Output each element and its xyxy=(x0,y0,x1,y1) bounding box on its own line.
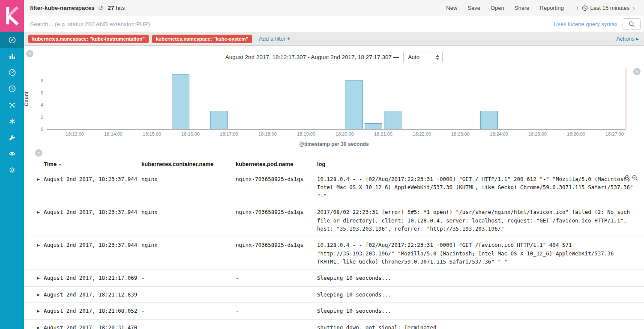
cell-container: nginx xyxy=(141,241,236,266)
filter-pill-0[interactable]: kubernetes.namespace: "kube-instrumentat… xyxy=(28,35,149,43)
discover-content: August 2nd 2017, 18:12:17.307 - August 2… xyxy=(24,46,644,329)
interval-select[interactable]: Auto xyxy=(403,51,443,63)
expand-row-icon[interactable]: ▶ xyxy=(37,307,44,315)
x-axis-tick: 18:24:00 xyxy=(490,131,508,136)
cell-container: - xyxy=(141,323,236,329)
add-filter-label: Add a filter xyxy=(259,36,285,42)
cell-time: August 2nd 2017, 18:23:37.944 xyxy=(44,208,141,233)
histogram-bar[interactable] xyxy=(480,111,498,129)
sidebar-item-discover[interactable] xyxy=(0,32,24,48)
saved-search-title: filter-kube-namespaces xyxy=(30,5,95,11)
table-row[interactable]: ▶August 2nd 2017, 18:21:08.052--Sleeping… xyxy=(24,303,644,319)
column-header-log[interactable]: log xyxy=(317,161,636,167)
graph-icon xyxy=(8,101,16,109)
sidebar-item-dashboard[interactable] xyxy=(0,64,24,80)
cell-time: August 2nd 2017, 18:20:31.470 xyxy=(44,323,141,329)
menu-open-button[interactable]: Open xyxy=(491,5,504,11)
cell-container: - xyxy=(141,290,236,299)
interval-value: Auto xyxy=(408,54,436,60)
expand-row-icon[interactable]: ▶ xyxy=(37,290,44,299)
expand-row-icon[interactable]: ▶ xyxy=(37,175,44,200)
add-filter-link[interactable]: Add a filter + xyxy=(259,36,290,42)
expand-row-icon[interactable]: ▶ xyxy=(37,274,44,282)
table-row[interactable]: ▶August 2nd 2017, 18:23:37.944nginxnginx… xyxy=(24,237,644,270)
cell-time: August 2nd 2017, 18:23:37.944 xyxy=(44,175,141,200)
search-button[interactable] xyxy=(623,18,641,30)
chevron-right-icon xyxy=(27,51,32,56)
sidebar-item-graph[interactable] xyxy=(0,97,24,113)
y-axis-tick: 8 xyxy=(41,78,43,83)
cell-log: Sleeping 10 seoconds... xyxy=(317,274,636,282)
sidebar-item-visualize[interactable] xyxy=(0,48,24,64)
y-axis-title: Count xyxy=(24,92,30,107)
zoom-in-icon[interactable] xyxy=(625,175,631,181)
sidebar-item-management[interactable] xyxy=(0,162,24,178)
histogram-bar[interactable] xyxy=(172,74,190,129)
table-row[interactable]: ▶August 2nd 2017, 18:23:37.944nginxnginx… xyxy=(24,204,644,237)
menu-save-button[interactable]: Save xyxy=(467,5,480,11)
histogram-bar[interactable] xyxy=(384,111,402,129)
cell-pod: nginx-703658925-ds1qs xyxy=(236,175,317,200)
y-axis-tick: 0 xyxy=(41,127,43,132)
sort-desc-icon: ▼ xyxy=(58,163,62,167)
search-input[interactable] xyxy=(24,16,554,32)
menu-share-button[interactable]: Share xyxy=(515,5,530,11)
histogram-bar[interactable] xyxy=(345,80,363,129)
time-back-icon[interactable]: ‹ xyxy=(573,4,582,12)
collapse-right-button[interactable] xyxy=(633,68,641,75)
zoom-out-icon[interactable] xyxy=(632,175,638,181)
column-header-container[interactable]: kubernetes.container.name xyxy=(141,161,236,167)
table-row[interactable]: ▶August 2nd 2017, 18:23:37.944nginxnginx… xyxy=(24,171,644,204)
expand-row-icon[interactable]: ▶ xyxy=(37,323,44,329)
menu-new-button[interactable]: New xyxy=(446,5,457,11)
x-axis-tick: 18:25:00 xyxy=(528,131,547,136)
compass-icon xyxy=(8,36,16,44)
clock-icon xyxy=(8,85,16,93)
eye-icon xyxy=(8,150,16,158)
hits-count: 27 xyxy=(108,5,114,11)
menu-reporting-button[interactable]: Reporting xyxy=(540,5,564,11)
sidebar-item-timelion[interactable] xyxy=(0,80,24,97)
y-axis-tick: 6 xyxy=(41,90,43,95)
expand-row-icon[interactable]: ▶ xyxy=(37,208,44,233)
column-header-pod[interactable]: kubernetes.pod.name xyxy=(236,161,317,167)
table-row[interactable]: ▶August 2nd 2017, 18:20:31.470--shutting… xyxy=(24,320,644,329)
topbar-menu: NewSaveOpenShareReporting xyxy=(446,5,564,11)
lucene-syntax-link[interactable]: Uses lucene query syntax xyxy=(554,21,617,27)
table-row[interactable]: ▶August 2nd 2017, 18:21:17.069--Sleeping… xyxy=(24,270,644,286)
cell-time: August 2nd 2017, 18:21:12.839 xyxy=(44,290,141,299)
expand-row-icon[interactable]: ▶ xyxy=(37,241,44,266)
gauge-icon xyxy=(8,68,16,77)
timepicker-button[interactable]: Last 15 minutes xyxy=(582,5,630,11)
y-axis-tick: 4 xyxy=(41,102,43,107)
filter-actions-link[interactable]: Actions ▸ xyxy=(616,36,639,42)
collapse-sidebar-button[interactable] xyxy=(26,50,33,57)
histogram-bar[interactable] xyxy=(210,111,228,129)
cell-log: 2017/08/02 22:23:31 [error] 5#5: *1 open… xyxy=(317,208,636,233)
cell-container: - xyxy=(141,307,236,315)
cell-pod: nginx-703658925-ds1qs xyxy=(236,241,317,266)
sidebar-item-monitoring[interactable] xyxy=(0,145,24,162)
histogram-plot: Count 02468 xyxy=(47,68,626,130)
sparkle-icon xyxy=(8,117,16,125)
chart-time-range: August 2nd 2017, 18:12:17.307 - August 2… xyxy=(225,54,399,60)
column-header-time[interactable]: Time▼ xyxy=(44,161,141,167)
histogram-bar[interactable] xyxy=(365,123,383,129)
sidebar-item-dev-tools[interactable] xyxy=(0,129,24,145)
x-axis-tick: 18:17:00 xyxy=(220,131,238,136)
time-column-label: Time xyxy=(44,161,57,167)
sidebar-item-machine-learning[interactable] xyxy=(0,113,24,129)
filter-pill-1[interactable]: kubernetes.namespace: "kube-system" xyxy=(152,35,252,43)
collapse-chart-button[interactable] xyxy=(35,149,42,157)
cell-pod: - xyxy=(236,307,317,315)
refresh-icon[interactable]: ↺ xyxy=(98,4,104,12)
table-row[interactable]: ▶August 2nd 2017, 18:21:12.839--Sleeping… xyxy=(24,287,644,303)
bar-chart-icon xyxy=(8,52,16,60)
main-column: filter-kube-namespaces ↺ 27 hits NewSave… xyxy=(24,0,644,329)
kibana-logo[interactable] xyxy=(0,0,24,32)
cell-time: August 2nd 2017, 18:23:37.944 xyxy=(44,241,141,266)
cell-pod: nginx-703658925-ds1qs xyxy=(236,208,317,233)
time-forward-icon[interactable]: › xyxy=(629,4,638,12)
plus-icon: + xyxy=(287,36,291,42)
gear-icon xyxy=(8,166,16,174)
